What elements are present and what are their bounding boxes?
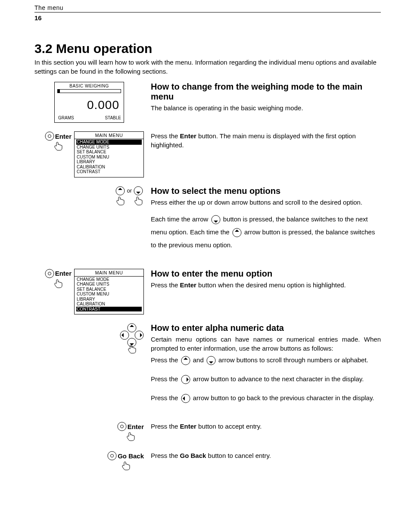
menu-item: LIBRARY [76, 159, 142, 165]
hand-press-icon [53, 278, 64, 289]
button-circle-icon [45, 269, 54, 278]
s4-p4: Press the arrow button to go back to the… [151, 392, 381, 404]
hand-press-icon [120, 460, 131, 472]
arrow-up-icon [181, 356, 190, 365]
header-rule [34, 12, 381, 12]
menu-item: SET BALANCE [76, 287, 142, 292]
arrow-down-icon [206, 356, 216, 365]
menu-item: CHANGE MODE [76, 140, 142, 145]
heading-enter-option: How to enter the menu option [151, 269, 381, 279]
enter-label: Enter [128, 423, 144, 430]
running-head: The menu [34, 4, 381, 11]
svg-point-4 [120, 425, 123, 428]
section-intro: In this section you will learn how to wo… [34, 58, 381, 76]
button-circle-icon [117, 422, 127, 431]
s4-p2: Press the and arrow buttons to scroll th… [151, 354, 381, 367]
lcd-weighing-value: 0.000 [55, 95, 124, 114]
page-number: 16 [34, 14, 381, 22]
arrow-down-icon [211, 215, 221, 224]
enter-button-graphic: Enter [45, 131, 72, 152]
goback-label: Go Back [118, 452, 144, 460]
arrow-left-icon [181, 394, 190, 403]
lcd-weighing-title: BASIC WEIGHING [55, 82, 124, 89]
lcd-unit: GRAMS [58, 115, 74, 120]
menu-item: CALIBRATION [76, 165, 142, 170]
arrow-down-icon [134, 186, 143, 196]
lcd-weighing: BASIC WEIGHING 0.000 GRAMS STABLE [54, 82, 124, 123]
menu-item: CHANGE MODE [76, 277, 142, 282]
arrow-up-icon [232, 228, 242, 237]
goback-button-graphic: Go Back [107, 451, 144, 472]
lcd-main-menu-1: MAIN MENU CHANGE MODE CHANGE UNITS SET B… [74, 131, 144, 177]
menu-item: CUSTOM MENU [76, 292, 142, 297]
svg-point-2 [48, 135, 51, 138]
s4-p3: Press the arrow button to advance to the… [151, 373, 381, 386]
svg-point-3 [48, 272, 51, 275]
enter-button-graphic: Enter [117, 422, 144, 442]
menu-item: CHANGE UNITS [76, 282, 142, 287]
menu-item: SET BALANCE [76, 149, 142, 155]
section-title: 3.2 Menu operation [34, 41, 381, 56]
button-circle-icon [107, 451, 117, 460]
s1-p1: The balance is operating in the basic we… [151, 103, 381, 112]
hand-press-icon [133, 196, 144, 207]
lcd-main-menu-2: MAIN MENU CHANGE MODE CHANGE UNITS SET B… [74, 269, 144, 315]
menu-item: CHANGE UNITS [76, 145, 142, 150]
lcd-status: STABLE [105, 115, 121, 120]
enter-label: Enter [55, 133, 72, 140]
heading-change-mode: How to change from the weighing mode to … [151, 82, 381, 102]
button-circle-icon [45, 131, 54, 141]
s4-p1: Certain menu options can have names or n… [151, 335, 381, 353]
menu-item: CALIBRATION [76, 302, 142, 307]
s3-p1: Press the Enter button when the desired … [151, 280, 381, 289]
enter-label: Enter [55, 270, 72, 277]
hand-press-icon [126, 344, 137, 355]
menu-item: CONTRAST [76, 307, 142, 312]
arrow-up-icon [115, 186, 125, 196]
enter-button-graphic: Enter [45, 269, 72, 289]
hand-press-icon [115, 196, 126, 207]
heading-select-options: How to select the menu options [151, 186, 381, 196]
s4-p5: Press the Enter button to accept entry. [151, 422, 381, 431]
four-way-arrow-graphic [120, 323, 144, 355]
lcd-menu-title: MAIN MENU [75, 269, 143, 277]
s2-p2: Each time the arrow button is pressed, t… [151, 213, 381, 252]
svg-point-5 [111, 454, 114, 457]
lcd-menu-title: MAIN MENU [75, 132, 143, 139]
menu-item: LIBRARY [76, 297, 142, 302]
arrow-right-icon [181, 375, 190, 384]
arrow-up-down-graphic: or [115, 186, 144, 207]
menu-item: CONTRAST [76, 169, 142, 174]
hand-press-icon [53, 141, 64, 152]
heading-alphanumeric: How to enter alpha numeric data [151, 323, 381, 333]
lcd-progress-bar [57, 89, 121, 93]
s1-p2: Press the Enter button. The main menu is… [151, 131, 381, 149]
or-label: or [127, 186, 132, 194]
s4-p6: Press the Go Back button to cancel entry… [151, 451, 381, 460]
hand-press-icon [125, 431, 136, 442]
s2-p1: Press either the up or down arrow button… [151, 198, 381, 207]
menu-item: CUSTOM MENU [76, 155, 142, 160]
